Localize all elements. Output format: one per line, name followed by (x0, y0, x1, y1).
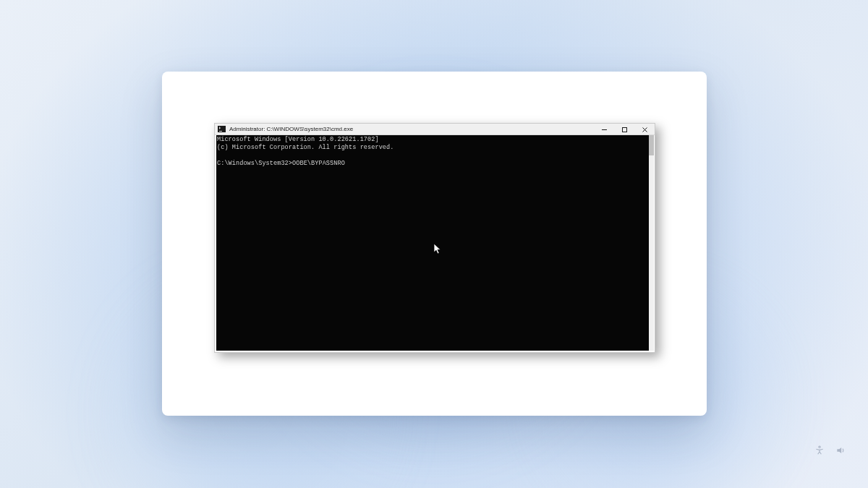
cmd-icon (218, 126, 226, 132)
terminal-line: Microsoft Windows [Version 10.0.22621.17… (217, 136, 379, 143)
svg-rect-1 (622, 127, 626, 132)
minimize-button[interactable] (594, 124, 614, 135)
terminal-output: Microsoft Windows [Version 10.0.22621.17… (216, 135, 649, 168)
terminal-scrollbar[interactable] (649, 135, 654, 351)
accessibility-icon[interactable] (814, 445, 825, 455)
terminal-body[interactable]: Microsoft Windows [Version 10.0.22621.17… (216, 135, 649, 351)
setup-card: Administrator: C:\WINDOWS\system32\cmd.e… (162, 72, 707, 416)
svg-point-4 (819, 446, 820, 448)
close-button[interactable] (634, 124, 655, 135)
terminal-line: (c) Microsoft Corporation. All rights re… (217, 144, 393, 151)
oobe-tray (814, 445, 846, 455)
terminal-command[interactable]: OOBE\BYPASSNRO (292, 160, 345, 167)
window-title: Administrator: C:\WINDOWS\system32\cmd.e… (229, 124, 353, 135)
titlebar[interactable]: Administrator: C:\WINDOWS\system32\cmd.e… (215, 124, 655, 135)
terminal-prompt: C:\Windows\System32> (217, 160, 292, 167)
maximize-button[interactable] (614, 124, 634, 135)
window-controls (594, 124, 655, 135)
terminal-scrollbar-thumb[interactable] (649, 135, 654, 155)
cmd-window[interactable]: Administrator: C:\WINDOWS\system32\cmd.e… (214, 123, 655, 353)
volume-icon[interactable] (835, 445, 846, 455)
